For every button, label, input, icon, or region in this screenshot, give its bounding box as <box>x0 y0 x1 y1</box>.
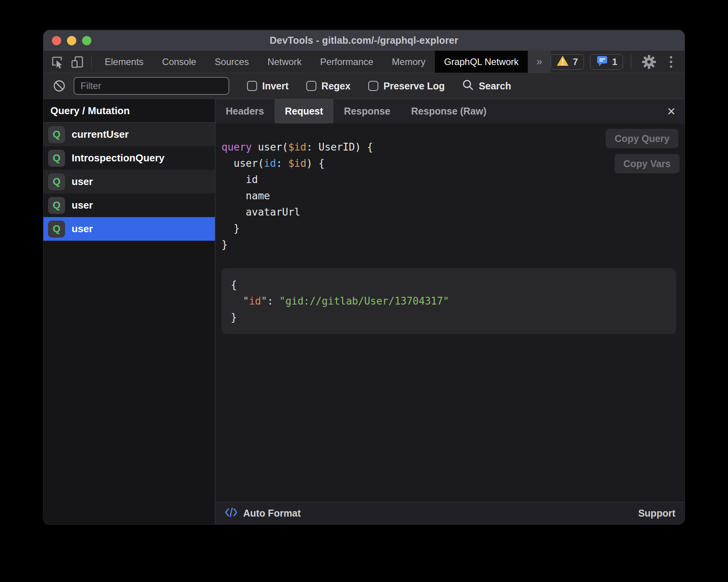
auto-format-label: Auto Format <box>243 508 301 519</box>
panel-content: Query / Mutation QcurrentUserQIntrospect… <box>43 99 685 524</box>
toolbar-right: 7 1 <box>551 51 685 73</box>
query-list-item-user-4[interactable]: Quser <box>43 217 215 241</box>
detail-tab-headers[interactable]: Headers <box>215 99 275 123</box>
code-line: } <box>221 236 685 253</box>
settings-gear-icon[interactable] <box>639 55 659 69</box>
checkbox-box-invert[interactable] <box>247 81 257 91</box>
titlebar: DevTools - gitlab.com/-/graphql-explorer <box>43 30 685 51</box>
devtools-window: DevTools - gitlab.com/-/graphql-explorer… <box>43 30 685 524</box>
filter-input[interactable] <box>74 77 229 95</box>
traffic-lights <box>52 30 91 51</box>
warnings-count: 7 <box>573 56 578 67</box>
query-item-label: currentUser <box>72 128 129 140</box>
close-window-button[interactable] <box>52 36 61 45</box>
devtools-tab-elements[interactable]: Elements <box>96 51 153 73</box>
code-token: : <box>267 295 279 307</box>
devtools-tab-graphql-network[interactable]: GraphQL Network <box>435 51 528 73</box>
issues-count: 1 <box>612 56 617 67</box>
code-line: id <box>221 171 685 188</box>
query-list-item-introspectionquery-1[interactable]: QIntrospectionQuery <box>43 146 215 170</box>
query-type-icon: Q <box>48 126 65 143</box>
auto-format-toggle[interactable]: Auto Format <box>225 506 301 521</box>
code-token: $id <box>288 157 306 169</box>
code-token: id <box>221 174 258 185</box>
window-title: DevTools - gitlab.com/-/graphql-explorer <box>270 35 458 46</box>
devtools-tab-console[interactable]: Console <box>153 51 206 73</box>
minimize-window-button[interactable] <box>67 36 76 45</box>
code-token: { <box>231 279 237 291</box>
code-token: : UserID) { <box>306 141 373 153</box>
query-list-header: Query / Mutation <box>43 99 215 123</box>
detail-tab-request[interactable]: Request <box>275 99 334 123</box>
code-token: : <box>276 157 288 169</box>
code-token <box>231 295 243 307</box>
device-toolbar-icon[interactable] <box>67 51 88 73</box>
query-item-label: user <box>72 176 93 188</box>
inspect-element-icon[interactable] <box>47 51 67 73</box>
checkbox-box-preserve-log[interactable] <box>368 81 378 91</box>
code-line: "id": "gid://gitlab/User/13704317" <box>231 293 667 309</box>
fullscreen-window-button[interactable] <box>82 36 91 45</box>
checkbox-regex[interactable]: Regex <box>306 80 350 92</box>
query-list-panel: Query / Mutation QcurrentUserQIntrospect… <box>43 99 215 524</box>
devtools-tab-network[interactable]: Network <box>258 51 311 73</box>
code-token: ) { <box>306 157 325 169</box>
checkbox-invert[interactable]: Invert <box>247 80 288 92</box>
detail-tabs: HeadersRequestResponseResponse (Raw) × <box>215 99 685 123</box>
message-icon <box>596 55 608 69</box>
code-token: $id <box>288 141 306 153</box>
query-list: QcurrentUserQIntrospectionQueryQuserQuse… <box>43 123 215 241</box>
code-line: avatarUrl <box>221 204 685 220</box>
search-label: Search <box>479 80 511 92</box>
more-tabs-button[interactable]: » <box>528 51 551 73</box>
search-toggle[interactable]: Search <box>462 79 511 93</box>
code-token: id <box>249 295 261 307</box>
devtools-tab-sources[interactable]: Sources <box>206 51 258 73</box>
detail-tab-response[interactable]: Response <box>333 99 400 123</box>
code-line: name <box>221 188 685 204</box>
search-icon <box>462 79 474 93</box>
close-detail-icon[interactable]: × <box>664 99 678 123</box>
query-type-icon: Q <box>48 197 65 214</box>
query-item-label: user <box>72 223 93 235</box>
code-token: avatarUrl <box>221 206 300 218</box>
checkbox-label-regex: Regex <box>321 80 350 92</box>
request-body: query user($id: UserID) { user(id: $id) … <box>215 123 685 502</box>
query-list-item-user-3[interactable]: Quser <box>43 193 215 217</box>
copy-vars-button[interactable]: Copy Vars <box>615 154 680 173</box>
query-list-item-currentuser-0[interactable]: QcurrentUser <box>43 123 215 146</box>
checkbox-label-invert: Invert <box>262 80 288 92</box>
detail-tab-response-raw[interactable]: Response (Raw) <box>401 99 497 123</box>
warning-icon <box>556 55 569 69</box>
graphql-variables-box: { "id": "gid://gitlab/User/13704317"} <box>221 268 676 334</box>
code-token: } <box>221 239 228 250</box>
code-token: user( <box>252 141 288 153</box>
copy-query-button[interactable]: Copy Query <box>606 129 678 148</box>
devtools-tab-memory[interactable]: Memory <box>383 51 435 73</box>
code-token: "gid://gitlab/User/13704317" <box>279 295 449 307</box>
support-link[interactable]: Support <box>638 508 675 519</box>
code-token: " <box>243 295 249 307</box>
query-item-label: user <box>72 199 93 211</box>
issues-badge[interactable]: 1 <box>590 54 623 70</box>
code-token: name <box>221 190 270 202</box>
filter-checkboxes: InvertRegexPreserve Log <box>229 80 445 92</box>
devtools-toolbar: ElementsConsoleSourcesNetworkPerformance… <box>43 51 685 73</box>
query-list-item-user-2[interactable]: Quser <box>43 170 215 193</box>
code-token: } <box>221 223 240 234</box>
kebab-menu-icon[interactable] <box>665 56 677 68</box>
code-line: } <box>221 220 685 236</box>
warnings-badge[interactable]: 7 <box>551 54 584 70</box>
code-token: id <box>264 157 276 169</box>
code-token: user( <box>221 157 264 169</box>
clear-block-icon[interactable] <box>50 79 68 92</box>
devtools-tab-performance[interactable]: Performance <box>311 51 383 73</box>
checkbox-box-regex[interactable] <box>306 81 316 91</box>
code-token: " <box>261 295 267 307</box>
checkbox-label-preserve-log: Preserve Log <box>383 80 445 92</box>
code-token: } <box>231 312 237 323</box>
checkbox-preserve-log[interactable]: Preserve Log <box>368 80 445 92</box>
devtools-tabs: ElementsConsoleSourcesNetworkPerformance… <box>96 51 528 73</box>
toolbar-divider <box>631 55 631 69</box>
detail-footer: Auto Format Support <box>215 502 685 524</box>
